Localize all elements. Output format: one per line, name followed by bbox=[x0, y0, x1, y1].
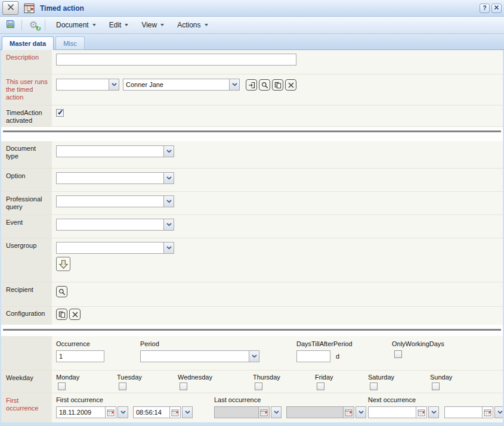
saturday-checkbox[interactable] bbox=[370, 383, 378, 390]
help-button[interactable]: ? bbox=[480, 4, 490, 13]
section-divider bbox=[1, 325, 503, 336]
calendar-picker-button[interactable] bbox=[106, 406, 116, 418]
tuesday-checkbox[interactable] bbox=[119, 383, 126, 390]
usergroup-add-button[interactable] bbox=[56, 257, 70, 271]
search-icon bbox=[58, 288, 66, 296]
thursday-checkbox[interactable] bbox=[255, 383, 262, 390]
document-type-label: Document type bbox=[1, 141, 52, 168]
calendar-icon bbox=[418, 409, 425, 416]
configuration-copy-button[interactable] bbox=[56, 309, 67, 320]
days-till-after-period-input[interactable] bbox=[296, 350, 330, 362]
time-dropdown-button bbox=[355, 406, 366, 418]
goto-record-button[interactable] bbox=[246, 79, 257, 91]
next-occurrence-date-input[interactable] bbox=[368, 406, 416, 418]
menu-actions-label: Actions bbox=[177, 21, 200, 29]
combo-trigger-button[interactable] bbox=[163, 219, 174, 230]
tab-master-data[interactable]: Master data bbox=[2, 36, 54, 50]
combo-trigger-button[interactable] bbox=[109, 79, 119, 90]
user-clear-button[interactable] bbox=[285, 79, 296, 91]
calendar-picker-button[interactable] bbox=[416, 406, 427, 418]
calendar-picker-button[interactable] bbox=[170, 406, 181, 418]
refresh-arrow-icon: ↻ bbox=[36, 25, 41, 33]
combo-trigger-button[interactable] bbox=[163, 242, 174, 253]
menu-document[interactable]: Document bbox=[50, 18, 103, 32]
schedule-label-spacer bbox=[1, 336, 52, 370]
combo-trigger-button[interactable] bbox=[249, 351, 259, 362]
date-dropdown-button[interactable] bbox=[428, 406, 439, 418]
calendar-icon bbox=[345, 409, 353, 416]
sunday-checkbox[interactable] bbox=[432, 383, 440, 390]
configuration-clear-button[interactable] bbox=[69, 309, 81, 320]
window-back-close-button[interactable] bbox=[2, 1, 18, 15]
master-data-form: Description This user runs the timed act… bbox=[1, 50, 503, 422]
run-action-button[interactable]: ⚙ ↻ bbox=[26, 18, 41, 32]
occurrence-input[interactable] bbox=[56, 350, 104, 362]
monday-label: Monday bbox=[56, 374, 117, 381]
period-combo[interactable] bbox=[140, 350, 259, 362]
calendar-icon bbox=[484, 409, 491, 416]
next-occurrence-time-field[interactable] bbox=[444, 406, 503, 418]
save-icon bbox=[5, 19, 16, 32]
user-search-button[interactable] bbox=[259, 79, 270, 91]
menu-view-label: View bbox=[141, 21, 157, 29]
combo-trigger-button[interactable] bbox=[229, 79, 239, 90]
calendar-picker-button bbox=[344, 406, 354, 418]
chevron-down-icon bbox=[125, 24, 128, 26]
next-occurrence-time-input[interactable] bbox=[444, 406, 483, 418]
row-usergroup: Usergroup bbox=[1, 238, 503, 282]
friday-label: Friday bbox=[315, 374, 368, 381]
days-till-after-period-label: DaysTillAfterPeriod bbox=[296, 340, 392, 347]
event-combo[interactable] bbox=[56, 219, 174, 231]
first-occurrence-time-input[interactable] bbox=[133, 406, 170, 418]
option-combo[interactable] bbox=[56, 172, 174, 184]
tab-misc[interactable]: Misc bbox=[55, 36, 85, 49]
usergroup-combo[interactable] bbox=[56, 242, 174, 254]
goto-record-icon bbox=[248, 82, 255, 89]
wednesday-label: Wednesday bbox=[178, 374, 253, 381]
first-occurrence-date-input[interactable] bbox=[56, 406, 106, 418]
chevron-down-icon bbox=[497, 411, 503, 414]
user-label: This user runs the timed action bbox=[1, 74, 52, 105]
sunday-label: Sunday bbox=[430, 374, 452, 381]
next-occurrence-date-field[interactable] bbox=[368, 406, 439, 418]
first-occurrence-date-field[interactable] bbox=[56, 406, 128, 418]
combo-trigger-button[interactable] bbox=[163, 173, 174, 184]
user-copy-button[interactable] bbox=[272, 79, 283, 91]
timedaction-activated-checkbox[interactable] bbox=[56, 109, 64, 117]
document-type-combo[interactable] bbox=[56, 145, 174, 157]
recipient-search-button[interactable] bbox=[56, 286, 67, 297]
wednesday-checkbox[interactable] bbox=[180, 383, 187, 390]
combo-trigger-button[interactable] bbox=[163, 196, 174, 207]
calendar-picker-button[interactable] bbox=[483, 406, 493, 418]
clear-icon bbox=[72, 311, 79, 318]
time-dropdown-button[interactable] bbox=[182, 406, 193, 418]
only-working-days-checkbox[interactable] bbox=[394, 350, 402, 358]
date-dropdown-button[interactable] bbox=[118, 406, 128, 418]
professional-query-combo[interactable] bbox=[56, 195, 174, 207]
toolbar: ⚙ ↻ Document Edit View Actions bbox=[0, 17, 504, 34]
copy-icon bbox=[58, 311, 66, 318]
chevron-down-icon bbox=[358, 411, 364, 414]
document-type-combo-value bbox=[57, 146, 163, 157]
menu-view[interactable]: View bbox=[135, 18, 171, 32]
chevron-down-icon bbox=[166, 176, 172, 180]
calendar-icon bbox=[171, 409, 179, 416]
friday-checkbox[interactable] bbox=[317, 383, 324, 390]
save-button[interactable] bbox=[3, 18, 17, 32]
chevron-down-icon bbox=[112, 83, 117, 86]
user-type-combo[interactable] bbox=[56, 79, 119, 91]
period-label: Period bbox=[140, 340, 296, 347]
menu-edit[interactable]: Edit bbox=[103, 18, 135, 32]
close-button[interactable] bbox=[491, 4, 502, 13]
description-input[interactable] bbox=[56, 54, 296, 66]
time-dropdown-button[interactable] bbox=[494, 406, 503, 418]
first-occurrence-time-field[interactable] bbox=[133, 406, 193, 418]
thursday-label: Thursday bbox=[253, 374, 315, 381]
user-name-combo[interactable]: Conner Jane bbox=[123, 79, 240, 91]
recipient-label: Recipient bbox=[1, 282, 52, 306]
monday-checkbox[interactable] bbox=[58, 383, 66, 390]
row-occurrences: First occurrence First occurrence bbox=[1, 393, 503, 422]
tabstrip: Master data Misc bbox=[0, 34, 504, 50]
menu-actions[interactable]: Actions bbox=[171, 18, 214, 32]
combo-trigger-button[interactable] bbox=[163, 146, 174, 157]
